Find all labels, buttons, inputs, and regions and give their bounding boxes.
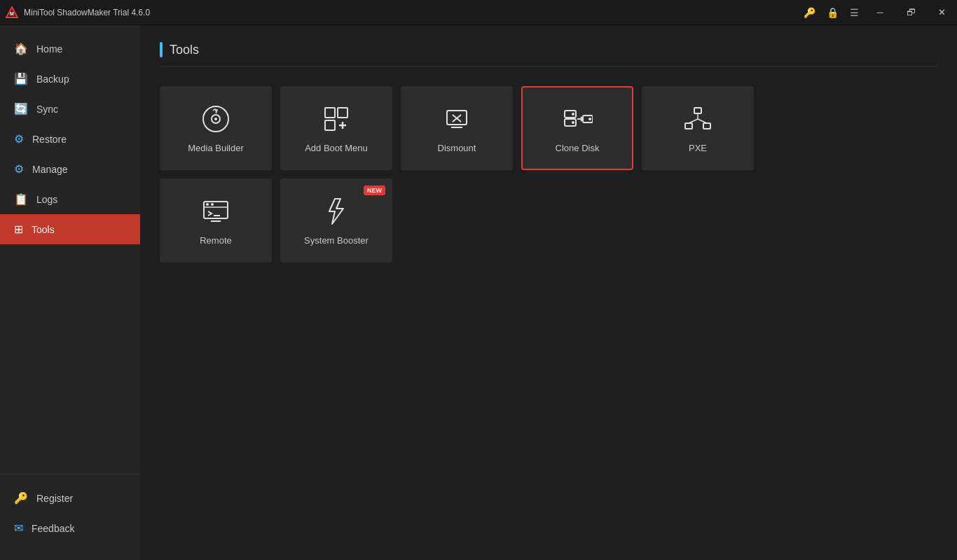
add-boot-menu-icon (321, 104, 352, 134)
app-title: MiniTool ShadowMaker Trial 4.6.0 (24, 8, 150, 18)
sidebar-item-tools-label: Tools (32, 224, 55, 235)
app-logo-icon: M (6, 6, 18, 19)
sidebar-item-logs-label: Logs (36, 194, 57, 205)
restore-button[interactable]: 🗗 (901, 3, 921, 22)
dismount-label: Dismount (438, 143, 476, 153)
remote-label: Remote (200, 235, 232, 246)
svg-rect-23 (685, 123, 692, 129)
home-icon: 🏠 (14, 42, 28, 55)
tools-row-2: Remote NEW System Booster (160, 178, 937, 262)
pin-icon[interactable]: 🔑 (804, 7, 815, 18)
sync-icon: 🔄 (14, 102, 28, 115)
tool-card-pxe[interactable]: PXE (642, 86, 754, 170)
system-booster-icon (321, 196, 352, 227)
close-button[interactable]: ✕ (932, 3, 951, 22)
tools-grid: Media Builder Add Boot Menu (160, 86, 937, 262)
svg-text:M: M (10, 11, 14, 16)
logs-icon: 📋 (14, 192, 28, 206)
pxe-icon (682, 104, 713, 134)
backup-icon: 💾 (14, 72, 28, 85)
menu-icon[interactable]: ☰ (850, 7, 859, 18)
sidebar-item-manage-label: Manage (32, 164, 68, 175)
sidebar-item-feedback[interactable]: ✉ Feedback (0, 513, 140, 543)
feedback-icon: ✉ (14, 522, 23, 535)
system-booster-label: System Booster (304, 235, 369, 246)
svg-rect-22 (694, 108, 701, 113)
svg-rect-7 (338, 108, 347, 118)
account-icon[interactable]: 🔒 (827, 7, 839, 18)
add-boot-menu-label: Add Boot Menu (305, 143, 368, 153)
svg-point-31 (211, 203, 214, 206)
content-area: Tools Media Builder (140, 25, 957, 560)
sidebar-item-restore-label: Restore (32, 134, 67, 145)
svg-point-18 (572, 121, 574, 124)
tool-card-remote[interactable]: Remote (160, 178, 272, 262)
svg-rect-8 (325, 120, 335, 130)
clone-disk-icon (562, 104, 593, 134)
sidebar-item-sync[interactable]: 🔄 Sync (0, 94, 140, 124)
media-builder-label: Media Builder (188, 143, 244, 153)
media-builder-icon (200, 104, 231, 134)
remote-icon (200, 196, 231, 227)
svg-point-16 (572, 113, 574, 115)
dismount-icon (441, 104, 472, 134)
manage-icon: ⚙ (14, 162, 24, 176)
sidebar-bottom: 🔑 Register ✉ Feedback (0, 474, 140, 552)
tool-card-clone-disk[interactable]: Clone Disk (521, 86, 633, 170)
sidebar-item-feedback-label: Feedback (32, 523, 74, 534)
svg-line-27 (698, 119, 707, 123)
sidebar-item-sync-label: Sync (36, 104, 58, 115)
titlebar-controls: 🔑 🔒 ☰ ─ 🗗 ✕ (804, 3, 951, 22)
sidebar-item-home[interactable]: 🏠 Home (0, 34, 140, 64)
svg-line-26 (689, 119, 698, 123)
header-accent (160, 42, 163, 57)
pxe-label: PXE (689, 143, 707, 153)
sidebar: 🏠 Home 💾 Backup 🔄 Sync ⚙ Restore ⚙ Manag… (0, 25, 140, 560)
sidebar-item-backup-label: Backup (36, 74, 69, 85)
tool-card-dismount[interactable]: Dismount (401, 86, 513, 170)
svg-point-21 (588, 118, 591, 120)
titlebar: M MiniTool ShadowMaker Trial 4.6.0 🔑 🔒 ☰… (0, 0, 957, 25)
svg-rect-24 (703, 123, 710, 129)
sidebar-item-register-label: Register (36, 493, 73, 504)
page-title: Tools (170, 43, 199, 57)
svg-point-5 (214, 118, 217, 120)
titlebar-left: M MiniTool ShadowMaker Trial 4.6.0 (6, 6, 150, 19)
tools-icon: ⊞ (14, 223, 23, 236)
restore-icon: ⚙ (14, 132, 24, 146)
sidebar-item-manage[interactable]: ⚙ Manage (0, 154, 140, 184)
svg-point-30 (206, 203, 209, 206)
sidebar-item-register[interactable]: 🔑 Register (0, 483, 140, 513)
sidebar-item-restore[interactable]: ⚙ Restore (0, 124, 140, 154)
minimize-button[interactable]: ─ (870, 3, 890, 22)
page-header: Tools (160, 42, 937, 66)
svg-rect-6 (325, 108, 335, 118)
tool-card-add-boot-menu[interactable]: Add Boot Menu (280, 86, 392, 170)
register-icon: 🔑 (14, 491, 28, 505)
sidebar-item-home-label: Home (36, 43, 62, 55)
sidebar-item-backup[interactable]: 💾 Backup (0, 64, 140, 94)
tool-card-system-booster[interactable]: NEW System Booster (280, 178, 392, 262)
tool-card-media-builder[interactable]: Media Builder (160, 86, 272, 170)
tools-row-1: Media Builder Add Boot Menu (160, 86, 937, 170)
clone-disk-label: Clone Disk (556, 143, 600, 153)
new-badge: NEW (364, 186, 385, 195)
sidebar-item-logs[interactable]: 📋 Logs (0, 184, 140, 214)
main-layout: 🏠 Home 💾 Backup 🔄 Sync ⚙ Restore ⚙ Manag… (0, 25, 957, 560)
sidebar-item-tools[interactable]: ⊞ Tools (0, 214, 140, 244)
